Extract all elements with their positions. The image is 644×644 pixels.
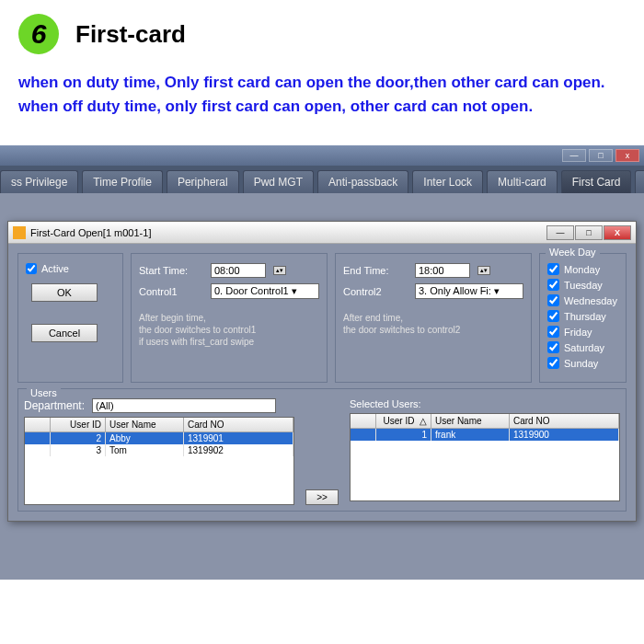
weekday-wednesday[interactable]: Wednesday — [547, 294, 618, 306]
available-users-panel: Department: (All) User ID User Name Card… — [24, 398, 294, 505]
description: when on duty time, Only first card can o… — [0, 62, 644, 136]
minimize-button[interactable]: — — [562, 149, 586, 162]
weekday-monday[interactable]: Monday — [547, 263, 618, 275]
tab-ss-privilege[interactable]: ss Privilege — [0, 170, 78, 193]
available-users-table[interactable]: User ID User Name Card NO 2Abby13199013T… — [24, 417, 294, 505]
dialog-close-button[interactable]: X — [604, 225, 631, 240]
main-window: — □ x ss PrivilegeTime ProfilePeripheral… — [0, 145, 644, 580]
step-number: 6 — [18, 14, 59, 54]
weekday-tuesday[interactable]: Tuesday — [547, 279, 618, 291]
start-hint: After begin time, the door switches to c… — [139, 312, 319, 348]
col-username: User Name — [106, 418, 184, 432]
tab-inter-lock[interactable]: Inter Lock — [412, 170, 483, 193]
col-userid: User ID △ — [376, 414, 431, 429]
end-time-spinner[interactable]: ▴▾ — [477, 266, 490, 275]
desc-line-1: when on duty time, Only first card can o… — [18, 71, 626, 95]
start-time-input[interactable] — [211, 263, 266, 278]
selected-users-panel: Selected Users: User ID △ User Name Card… — [350, 398, 620, 505]
tab-pwd-mgt[interactable]: Pwd MGT — [243, 170, 314, 193]
close-button[interactable]: x — [615, 149, 639, 162]
active-checkbox-input[interactable] — [26, 263, 37, 274]
start-panel: Start Time: ▴▾ Control1 0. Door Control1… — [131, 253, 328, 383]
users-legend: Users — [27, 387, 61, 398]
table-row[interactable]: 1frank1319900 — [351, 429, 619, 441]
col-blank — [25, 418, 51, 432]
end-time-input[interactable] — [415, 263, 470, 278]
move-right-button[interactable]: >> — [305, 489, 339, 505]
weekday-sunday[interactable]: Sunday — [547, 357, 618, 369]
weekday-saturday[interactable]: Saturday — [547, 341, 618, 353]
cancel-button[interactable]: Cancel — [31, 324, 98, 342]
left-panel: Active OK Cancel — [17, 253, 123, 383]
control1-label: Control1 — [139, 286, 203, 297]
tab-anti-passback[interactable]: Anti-passback — [317, 170, 408, 193]
active-checkbox[interactable]: Active — [26, 263, 115, 274]
col-cardno: Card NO — [510, 414, 619, 429]
col-cardno: Card NO — [184, 418, 293, 432]
dialog-title: First-Card Open[1 m001-1] — [30, 227, 151, 238]
control2-label: Control2 — [343, 286, 408, 297]
dialog-titlebar: First-Card Open[1 m001-1] — □ X — [8, 222, 636, 244]
selected-users-label: Selected Users: — [350, 398, 620, 409]
weekday-legend: Week Day — [546, 247, 600, 258]
table-row[interactable]: 3Tom1319902 — [25, 444, 293, 456]
department-select[interactable]: (All) — [92, 398, 276, 413]
maximize-button[interactable]: □ — [589, 149, 613, 162]
col-userid: User ID — [51, 418, 106, 432]
weekday-thursday[interactable]: Thursday — [547, 310, 618, 322]
main-titlebar: — □ x — [0, 145, 644, 166]
start-time-spinner[interactable]: ▴▾ — [273, 266, 286, 275]
end-hint: After end time, the door switches to con… — [343, 312, 523, 348]
weekday-panel: Week Day MondayTuesdayWednesdayThursdayF… — [539, 253, 627, 383]
tab-first-card[interactable]: First Card — [561, 170, 632, 193]
col-blank — [351, 414, 376, 429]
step-title: First-card — [75, 20, 186, 49]
dialog-icon — [13, 226, 26, 239]
tab-multi-card[interactable]: Multi-card — [487, 170, 558, 193]
first-card-dialog: First-Card Open[1 m001-1] — □ X Active — [7, 221, 637, 522]
department-label: Department: — [24, 399, 85, 412]
active-label: Active — [41, 263, 69, 274]
start-time-label: Start Time: — [139, 265, 203, 276]
dialog-maximize-button[interactable]: □ — [575, 225, 603, 240]
tab-bar: ss PrivilegeTime ProfilePeripheralPwd MG… — [0, 166, 644, 193]
control2-select[interactable]: 3. Only Allow Fi: ▾ — [415, 283, 523, 299]
col-username: User Name — [431, 414, 510, 429]
end-time-label: End Time: — [343, 265, 408, 276]
desc-line-2: when off duty time, only first card can … — [18, 95, 626, 119]
tab-task-list[interactable]: Task List — [635, 170, 644, 193]
tab-time-profile[interactable]: Time Profile — [82, 170, 163, 193]
weekday-friday[interactable]: Friday — [547, 326, 618, 338]
dialog-minimize-button[interactable]: — — [546, 225, 574, 240]
ok-button[interactable]: OK — [31, 283, 98, 302]
control1-select[interactable]: 0. Door Control1 ▾ — [211, 283, 319, 299]
end-panel: End Time: ▴▾ Control2 3. Only Allow Fi: … — [335, 253, 532, 383]
table-row[interactable]: 2Abby1319901 — [25, 432, 293, 444]
tab-peripheral[interactable]: Peripheral — [167, 170, 239, 193]
selected-users-table[interactable]: User ID △ User Name Card NO 1frank131990… — [350, 413, 620, 501]
